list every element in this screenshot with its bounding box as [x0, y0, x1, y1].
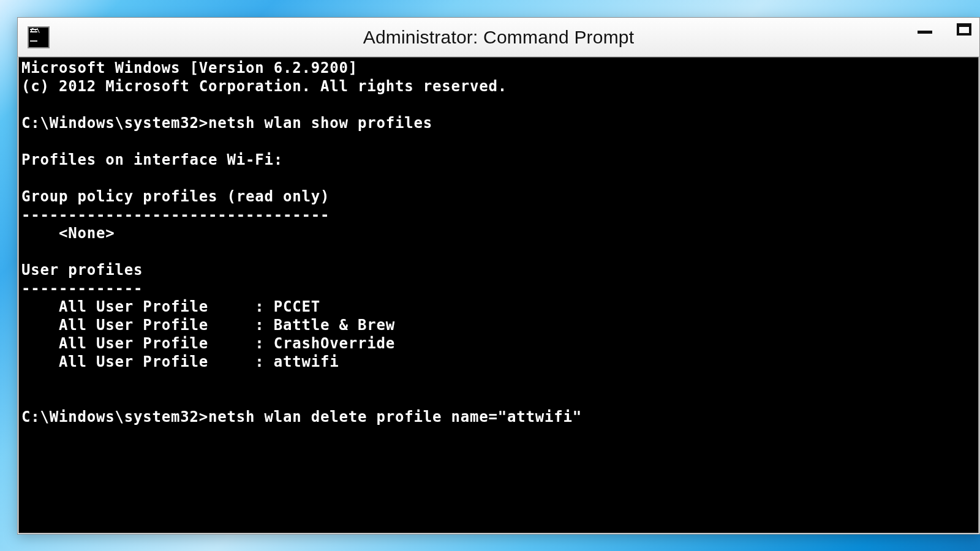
profile-row: All User Profile : [21, 317, 274, 334]
maximize-button[interactable] [952, 20, 976, 39]
user-underline: ------------- [21, 280, 143, 297]
profile-name: attwifi [274, 353, 339, 370]
command-prompt-window: Administrator: Command Prompt Microsoft … [17, 17, 980, 534]
profile-row: All User Profile : [21, 353, 274, 370]
profile-row: All User Profile : [21, 335, 274, 352]
prompt-2: C:\Windows\system32> [21, 408, 208, 425]
cmd-icon [28, 26, 50, 48]
group-none: <None> [21, 225, 115, 242]
command-1: netsh wlan show profiles [208, 114, 432, 132]
user-header: User profiles [21, 261, 143, 279]
profile-name: CrashOverride [274, 335, 395, 352]
profile-row: All User Profile : [21, 298, 274, 315]
titlebar[interactable]: Administrator: Command Prompt [18, 18, 979, 57]
section-interface: Profiles on interface Wi-Fi: [21, 151, 283, 168]
terminal-output[interactable]: Microsoft Windows [Version 6.2.9200] (c)… [18, 57, 979, 533]
group-header: Group policy profiles (read only) [21, 188, 330, 205]
line-version: Microsoft Windows [Version 6.2.9200] [21, 59, 358, 77]
window-title: Administrator: Command Prompt [18, 27, 979, 48]
group-underline: --------------------------------- [21, 206, 330, 223]
window-controls [913, 20, 976, 39]
prompt-1: C:\Windows\system32> [21, 114, 208, 132]
profile-name: PCCET [274, 298, 320, 315]
line-copyright: (c) 2012 Microsoft Corporation. All righ… [21, 78, 507, 95]
profile-name: Battle & Brew [274, 317, 395, 334]
command-2: netsh wlan delete profile name="attwifi" [208, 408, 582, 425]
minimize-button[interactable] [913, 20, 937, 39]
